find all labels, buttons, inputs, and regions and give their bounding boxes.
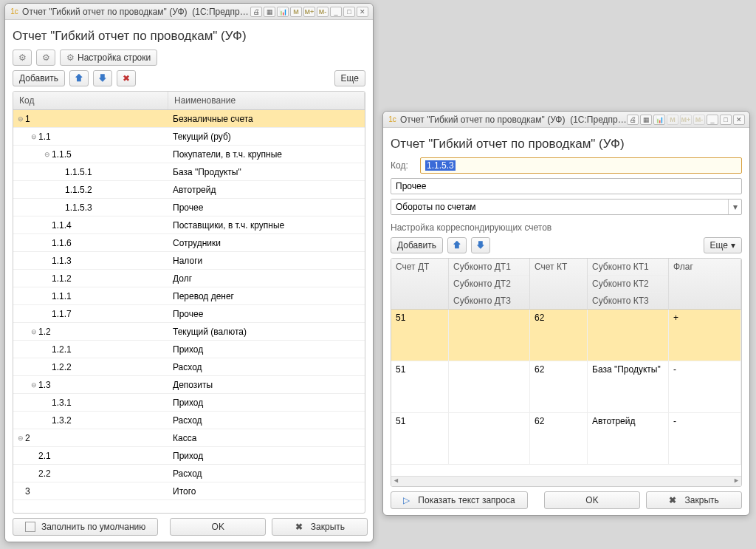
h-scrollbar[interactable] xyxy=(391,476,741,486)
more-button[interactable]: Еще ▾ xyxy=(704,237,742,253)
m-button[interactable]: M xyxy=(667,115,678,125)
add-button[interactable]: Добавить xyxy=(391,237,443,253)
m-plus-button[interactable]: M+ xyxy=(303,7,315,17)
table-row[interactable]: 1.1.2Долг xyxy=(13,270,365,287)
table-row[interactable]: ⊖1Безналичные счета xyxy=(13,110,365,128)
cell-code: 1.1.6 xyxy=(52,238,72,248)
cell-code: 1.3 xyxy=(38,380,51,390)
toggle-icon[interactable]: ⊖ xyxy=(16,115,25,123)
footer: Заполнить по умолчанию OK ✖ Закрыть xyxy=(13,514,365,536)
cell-dt: 51 xyxy=(391,310,449,361)
grid-row[interactable]: 5162+ xyxy=(391,310,741,361)
table-row[interactable]: ⊖1.1.5Покупатели, в т.ч. крупные xyxy=(13,146,365,163)
save-icon[interactable]: ▦ xyxy=(640,115,652,125)
col-sdt[interactable]: Субконто ДТ1 Субконто ДТ2 Субконто ДТ3 xyxy=(449,259,530,309)
add-button[interactable]: Добавить xyxy=(13,70,65,86)
grid-row[interactable]: 5162База "Продукты"- xyxy=(391,361,741,413)
col-skt[interactable]: Субконто КТ1 Субконто КТ2 Субконто КТ3 xyxy=(588,259,669,309)
window-content: Отчет "Гибкий отчет по проводкам" (УФ) К… xyxy=(383,128,749,515)
settings-row-button[interactable]: ⚙Настройка строки xyxy=(60,50,157,66)
gear-icon[interactable]: ⚙ xyxy=(13,50,32,66)
table-row[interactable]: 1.1.4Поставщики, в т.ч. крупные xyxy=(13,216,365,234)
m-minus-button[interactable]: M- xyxy=(317,7,329,17)
grid-body[interactable]: 5162+5162База "Продукты"-5162Автотрейд- xyxy=(391,310,741,476)
titlebar[interactable]: 1c Отчет "Гибкий отчет по проводкам" (УФ… xyxy=(5,4,373,20)
table-row[interactable]: 1.1.6Сотрудники xyxy=(13,234,365,252)
table-row[interactable]: 1.2.2Расход xyxy=(13,358,365,376)
cell-code: 1.2.2 xyxy=(52,362,72,372)
move-down-button[interactable]: 🡇 xyxy=(93,70,112,86)
move-up-button[interactable]: 🡅 xyxy=(69,70,89,86)
table-row[interactable]: 1.1.5.1База "Продукты" xyxy=(13,163,365,181)
minimize-icon[interactable]: _ xyxy=(707,115,718,125)
maximize-icon[interactable]: □ xyxy=(720,115,732,125)
table-row[interactable]: 1.1.7Прочее xyxy=(13,305,365,323)
cell-name: Долг xyxy=(168,271,365,286)
m-plus-button[interactable]: M+ xyxy=(680,115,692,125)
chevron-down-icon[interactable]: ▾ xyxy=(728,200,741,214)
ok-button[interactable]: OK xyxy=(170,518,266,536)
maximize-icon[interactable]: □ xyxy=(343,7,355,17)
ok-button[interactable]: OK xyxy=(544,491,640,509)
table-row[interactable]: 1.1.3Налоги xyxy=(13,252,365,270)
toggle-icon[interactable]: ⊖ xyxy=(30,381,38,389)
move-up-button[interactable]: 🡅 xyxy=(447,237,467,253)
minimize-icon[interactable]: _ xyxy=(330,7,342,17)
col-flag[interactable]: Флаг xyxy=(669,259,741,309)
col-name[interactable]: Наименование xyxy=(168,92,365,109)
print-icon[interactable]: 🖨 xyxy=(627,115,639,125)
table-row[interactable]: 1.1.5.2Автотрейд xyxy=(13,181,365,199)
table-row[interactable]: 3Итого xyxy=(13,482,365,500)
table-row[interactable]: 2.2Расход xyxy=(13,465,365,482)
toggle-icon[interactable]: ⊖ xyxy=(30,328,38,335)
more-button[interactable]: Еще xyxy=(334,70,365,86)
code-input[interactable]: 1.1.5.3 xyxy=(420,157,742,174)
table-row[interactable]: ⊖2Касса xyxy=(13,429,365,447)
calc-icon[interactable]: 📊 xyxy=(653,115,665,125)
gear2-icon[interactable]: ⚙ xyxy=(36,50,55,66)
cell-name: Прочее xyxy=(168,307,365,321)
grid-row[interactable]: 5162Автотрейд- xyxy=(391,413,741,465)
table-row[interactable]: 1.1.1Перевод денег xyxy=(13,287,365,305)
show-query-button[interactable]: ▷ Показать текст запроса xyxy=(391,491,528,509)
col-kt[interactable]: Счет КТ xyxy=(530,259,588,309)
toggle-icon[interactable]: ⊖ xyxy=(30,133,38,140)
col-dt[interactable]: Счет ДТ xyxy=(391,259,449,309)
table-row[interactable]: 1.3.1Приход xyxy=(13,394,365,412)
table-row[interactable]: ⊖1.2Текущий (валюта) xyxy=(13,323,365,341)
cell-code: 1.2.1 xyxy=(52,344,72,355)
table-row[interactable]: 1.3.2Расход xyxy=(13,412,365,429)
m-minus-button[interactable]: M- xyxy=(693,115,705,125)
m-button[interactable]: M xyxy=(290,7,302,17)
table-body[interactable]: ⊖1Безналичные счета⊖1.1Текущий (руб)⊖1.1… xyxy=(13,110,365,513)
calc-icon[interactable]: 📊 xyxy=(277,7,289,17)
type-select-value[interactable] xyxy=(391,200,728,214)
col-code[interactable]: Код xyxy=(13,92,168,109)
toggle-icon[interactable]: ⊖ xyxy=(16,434,25,442)
cell-name: Прочее xyxy=(168,200,365,215)
delete-button[interactable]: ✖ xyxy=(117,70,136,86)
close-icon[interactable]: ✕ xyxy=(733,115,745,125)
cell-dt: 51 xyxy=(391,413,449,464)
app-icon: 1c xyxy=(10,7,19,17)
table-row[interactable]: 1.2.1Приход xyxy=(13,341,365,358)
table-row[interactable]: ⊖1.1Текущий (руб) xyxy=(13,128,365,146)
cell-dt: 51 xyxy=(391,361,449,412)
table-row[interactable]: ⊖1.3Депозиты xyxy=(13,376,365,394)
close-button[interactable]: ✖ Закрыть xyxy=(272,518,368,536)
type-select[interactable]: ▾ xyxy=(391,199,742,215)
titlebar[interactable]: 1c Отчет "Гибкий отчет по проводкам" (УФ… xyxy=(383,112,749,128)
table-row[interactable]: 1.1.5.3Прочее xyxy=(13,199,365,216)
save-icon[interactable]: ▦ xyxy=(264,7,275,17)
fill-default-button[interactable]: Заполнить по умолчанию xyxy=(13,518,158,536)
cell-name: Налоги xyxy=(168,253,365,268)
table-row[interactable]: 2.1Приход xyxy=(13,447,365,465)
close-icon[interactable]: ✕ xyxy=(357,7,368,17)
print-icon[interactable]: 🖨 xyxy=(250,7,262,17)
toggle-icon[interactable]: ⊖ xyxy=(43,151,52,158)
cell-code: 1.1.2 xyxy=(52,273,72,284)
close-button[interactable]: ✖ Закрыть xyxy=(646,491,742,509)
corr-accounts-grid: Счет ДТ Субконто ДТ1 Субконто ДТ2 Субкон… xyxy=(391,258,742,487)
move-down-button[interactable]: 🡇 xyxy=(471,237,490,253)
name-input[interactable]: Прочее xyxy=(391,178,742,194)
